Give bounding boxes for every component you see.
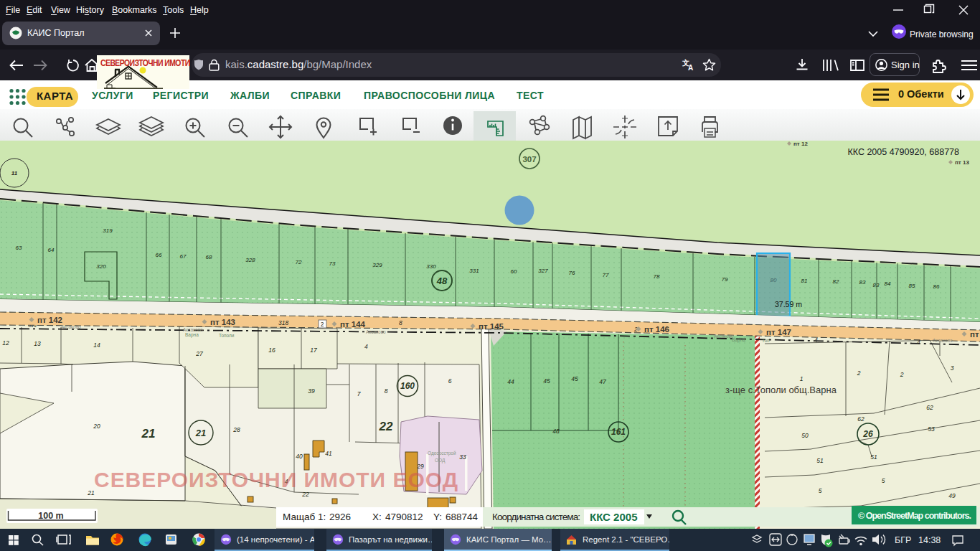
svg-text:Аксаково: Аксаково	[366, 329, 386, 334]
svg-text:4: 4	[917, 339, 920, 346]
svg-text:33: 33	[459, 453, 466, 461]
svg-text:64: 64	[48, 247, 55, 253]
svg-text:пт 146: пт 146	[644, 325, 669, 334]
svg-text:4: 4	[364, 343, 368, 350]
svg-text:78: 78	[654, 273, 660, 280]
svg-text:85: 85	[909, 283, 915, 289]
svg-text:Варна: Варна	[732, 337, 745, 343]
svg-text:66: 66	[156, 252, 162, 258]
svg-text:77: 77	[603, 272, 609, 278]
svg-text:21: 21	[195, 428, 206, 438]
svg-text:пт: пт	[970, 330, 979, 339]
svg-text:329: 329	[372, 262, 382, 268]
svg-text:X:: X:	[372, 512, 382, 522]
svg-text:328: 328	[245, 257, 255, 263]
svg-text:72: 72	[296, 259, 302, 265]
svg-text:26: 26	[862, 429, 873, 439]
svg-text:21: 21	[141, 427, 156, 441]
svg-text:пт 145: пт 145	[479, 322, 504, 331]
svg-text:Координатна система:: Координатна система:	[492, 512, 580, 522]
svg-text:40: 40	[296, 453, 303, 460]
svg-text:Варна: Варна	[185, 332, 199, 338]
svg-text:Аксаково: Аксаково	[61, 324, 81, 329]
svg-text:4: 4	[814, 336, 818, 344]
svg-text:8: 8	[385, 387, 388, 395]
svg-text:67: 67	[180, 253, 187, 260]
svg-text:100 m: 100 m	[38, 511, 63, 521]
svg-text:з-ще с.Тополи общ.Варна: з-ще с.Тополи общ.Варна	[725, 385, 837, 395]
svg-text:47: 47	[599, 378, 606, 385]
svg-text:16: 16	[268, 347, 275, 354]
svg-text:2: 2	[321, 321, 324, 328]
svg-text:Топ: Топ	[762, 338, 770, 343]
svg-text:45: 45	[571, 375, 578, 382]
svg-text:160: 160	[400, 381, 415, 391]
svg-text:Аксаково: Аксаково	[714, 334, 734, 339]
svg-text:45: 45	[543, 377, 550, 385]
svg-text:пт 142: пт 142	[37, 316, 62, 324]
svg-text:27: 27	[195, 350, 203, 357]
svg-text:2926: 2926	[329, 512, 351, 522]
svg-text:44: 44	[507, 378, 514, 385]
svg-text:688744: 688744	[446, 512, 479, 522]
svg-text:пт 12: пт 12	[793, 141, 808, 147]
svg-text:11: 11	[11, 170, 18, 176]
svg-text:22: 22	[379, 420, 393, 433]
svg-text:327: 327	[538, 268, 548, 274]
svg-text:пт 143: пт 143	[210, 318, 235, 326]
svg-text:50: 50	[801, 432, 809, 439]
svg-text:84: 84	[885, 281, 891, 287]
svg-text:4790812: 4790812	[385, 512, 423, 522]
svg-text:БГР: БГР	[895, 535, 911, 545]
svg-text:Аксаково: Аксаково	[183, 327, 203, 332]
svg-text:13: 13	[34, 340, 41, 347]
svg-text:53: 53	[928, 425, 935, 433]
svg-text:83: 83	[859, 279, 866, 286]
svg-text:5: 5	[882, 477, 885, 484]
svg-text:Y:: Y:	[433, 512, 442, 522]
svg-text:81: 81	[801, 278, 808, 284]
svg-text:© OpenStreetMap contributor: © OpenStreetMap contributors.	[858, 511, 971, 521]
svg-text:5: 5	[819, 487, 822, 494]
svg-text:60: 60	[511, 268, 517, 275]
svg-text:ККС 2005: ККС 2005	[590, 511, 637, 523]
svg-text:320: 320	[96, 263, 106, 270]
svg-text:7: 7	[357, 390, 361, 397]
svg-text:51: 51	[870, 453, 877, 461]
svg-text:1: 1	[800, 375, 804, 382]
svg-text:20: 20	[93, 423, 100, 430]
svg-text:79: 79	[722, 276, 728, 283]
svg-text:49: 49	[948, 492, 956, 499]
svg-text:ККС 2005 4790920, 688778: ККС 2005 4790920, 688778	[847, 147, 959, 157]
svg-text:319: 319	[103, 227, 113, 234]
svg-text:пт 13: пт 13	[955, 159, 969, 166]
svg-text:330: 330	[426, 263, 436, 270]
svg-text:161: 161	[611, 427, 626, 437]
svg-text:41: 41	[325, 450, 332, 457]
svg-text:ООД: ООД	[435, 458, 446, 463]
svg-text:63: 63	[16, 245, 22, 251]
svg-text:73: 73	[329, 260, 336, 267]
svg-text:62: 62	[926, 404, 933, 411]
svg-text:8: 8	[399, 319, 402, 326]
svg-text:37.59 m: 37.59 m	[775, 300, 802, 309]
svg-text:12: 12	[2, 339, 9, 347]
svg-text:Одесосстрой: Одесосстрой	[428, 451, 456, 456]
svg-text:28: 28	[232, 426, 240, 433]
svg-text:83: 83	[873, 282, 880, 288]
svg-text:76: 76	[569, 270, 575, 276]
svg-text:17: 17	[310, 347, 317, 354]
svg-text:2: 2	[900, 371, 904, 378]
svg-text:22: 22	[301, 491, 309, 498]
svg-text:39: 39	[308, 387, 315, 395]
svg-text:48: 48	[552, 428, 560, 435]
svg-text:Аксаково: Аксаково	[933, 338, 953, 343]
svg-text:пт 144: пт 144	[340, 320, 366, 329]
svg-text:6: 6	[448, 377, 452, 385]
svg-text:2: 2	[857, 369, 861, 377]
svg-text:48: 48	[436, 276, 448, 286]
svg-text:A: A	[688, 64, 693, 72]
svg-text:82: 82	[833, 278, 839, 285]
svg-text:86: 86	[933, 283, 940, 290]
svg-text:331: 331	[469, 268, 479, 274]
